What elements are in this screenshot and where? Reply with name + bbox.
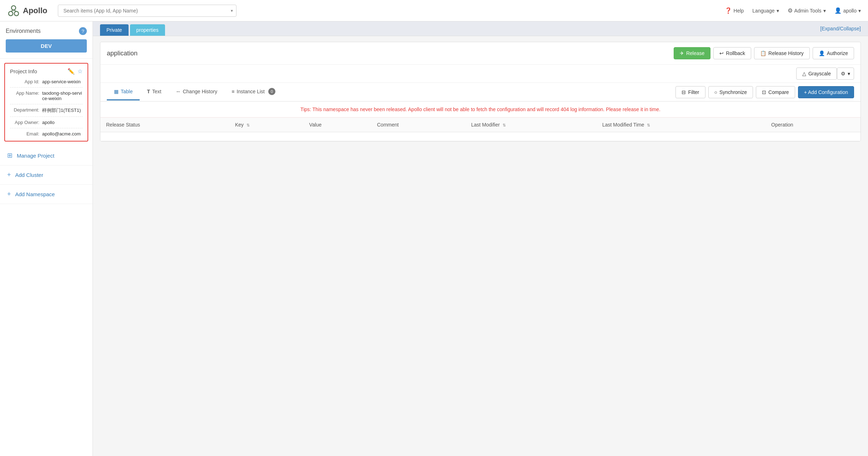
- add-cluster-item[interactable]: + Add Cluster: [0, 165, 93, 185]
- tab-table[interactable]: ▦ Table: [107, 84, 140, 100]
- tab-change-history[interactable]: ↔ Change History: [169, 84, 225, 100]
- filter-icon: ⊟: [682, 89, 686, 95]
- project-info-actions: ✏️ ☆: [68, 68, 83, 75]
- edit-icon[interactable]: ✏️: [68, 68, 75, 75]
- email-value: apollo@acme.com: [42, 131, 81, 137]
- user-dropdown-arrow: ▾: [858, 8, 861, 14]
- modifier-sort-icon: ⇅: [503, 123, 506, 127]
- language-label: Language: [752, 8, 774, 14]
- settings-button[interactable]: ⚙ ▾: [837, 68, 854, 80]
- sidebar: Environments ? DEV Project Info ✏️ ☆ App…: [0, 21, 93, 456]
- tip-warning: Tips: This namespace has never been rele…: [100, 101, 860, 118]
- panel-header-actions: ✈ Release ↩ Rollback 📋 Release History 👤…: [674, 47, 854, 59]
- instance-list-badge: 0: [268, 88, 275, 95]
- release-button[interactable]: ✈ Release: [674, 47, 710, 59]
- logo-text: Apollo: [23, 6, 47, 15]
- add-cluster-label: Add Cluster: [15, 172, 43, 178]
- add-namespace-icon: +: [7, 190, 11, 198]
- col-last-modified-time[interactable]: Last Modified Time ⇅: [597, 118, 765, 132]
- project-info-title: Project Info: [10, 68, 68, 74]
- config-table-head: Release Status Key ⇅ Value Comment: [100, 118, 860, 132]
- sync-icon: ○: [714, 89, 717, 95]
- project-info-box: Project Info ✏️ ☆ App Id: app-service-we…: [4, 63, 88, 142]
- nav-right: ❓ Help Language ▾ ⚙ Admin Tools ▾ 👤 apol…: [725, 7, 861, 14]
- project-info-email: Email: apollo@acme.com: [10, 131, 83, 137]
- authorize-button[interactable]: 👤 Authorize: [813, 47, 854, 59]
- synchronize-button[interactable]: ○ Synchronize: [708, 86, 753, 98]
- project-info-owner: App Owner: apollo: [10, 120, 83, 128]
- svg-point-1: [9, 11, 13, 16]
- tab-text[interactable]: T Text: [140, 84, 168, 100]
- config-table-container: Release Status Key ⇅ Value Comment: [100, 118, 860, 141]
- svg-point-0: [11, 6, 16, 10]
- add-configuration-button[interactable]: + Add Configuration: [798, 86, 854, 98]
- inner-tab-actions: ⊟ Filter ○ Synchronize ⊡ Compare + Add C…: [675, 86, 854, 98]
- admin-dropdown-arrow: ▾: [823, 8, 826, 14]
- config-table: Release Status Key ⇅ Value Comment: [100, 118, 860, 141]
- project-info-appid: App Id: app-service-weixin: [10, 79, 83, 88]
- add-cluster-icon: +: [7, 171, 11, 179]
- col-key[interactable]: Key ⇅: [229, 118, 304, 132]
- help-nav[interactable]: ❓ Help: [725, 7, 744, 14]
- user-nav[interactable]: 👤 apollo ▾: [834, 7, 861, 14]
- gear-icon: ⚙: [788, 7, 793, 14]
- authorize-icon: 👤: [819, 50, 825, 56]
- star-icon[interactable]: ☆: [78, 68, 83, 75]
- manage-project-icon: ⊞: [7, 152, 13, 159]
- department-label: Department:: [10, 107, 42, 114]
- appname-label: App Name:: [10, 90, 42, 101]
- dev-env-button[interactable]: DEV: [6, 39, 87, 53]
- rollback-button[interactable]: ↩ Rollback: [713, 47, 751, 59]
- main-content: Private properties [Expand/Collapse] app…: [93, 21, 868, 456]
- config-table-header-row: Release Status Key ⇅ Value Comment: [100, 118, 860, 132]
- tab-instance-list[interactable]: ≡ Instance List 0: [224, 83, 283, 101]
- env-help-icon[interactable]: ?: [79, 27, 87, 35]
- namespace-tab-private[interactable]: Private: [100, 24, 129, 36]
- search-input[interactable]: [58, 5, 236, 17]
- language-nav[interactable]: Language ▾: [752, 8, 779, 14]
- namespace-tab-properties[interactable]: properties: [130, 24, 165, 36]
- department-value: 样例部门1(TEST1): [42, 107, 81, 114]
- svg-line-4: [14, 10, 16, 11]
- col-operation: Operation: [765, 118, 860, 132]
- config-table-empty-message: [100, 132, 860, 141]
- col-last-modifier[interactable]: Last Modifier ⇅: [465, 118, 597, 132]
- modified-time-sort-icon: ⇅: [647, 123, 650, 127]
- release-history-icon: 📋: [760, 50, 766, 56]
- manage-project-label: Manage Project: [17, 153, 54, 159]
- filter-button[interactable]: ⊟ Filter: [675, 86, 705, 98]
- change-history-tab-icon: ↔: [176, 89, 181, 94]
- admin-tools-nav[interactable]: ⚙ Admin Tools ▾: [788, 7, 826, 14]
- add-namespace-item[interactable]: + Add Namespace: [0, 185, 93, 204]
- expand-collapse-link[interactable]: [Expand/Collapse]: [820, 26, 861, 34]
- help-icon: ❓: [725, 7, 732, 14]
- user-label: apollo: [843, 8, 857, 14]
- table-tab-icon: ▦: [114, 89, 119, 94]
- rollback-icon: ↩: [719, 50, 724, 56]
- appname-value: taodong-shop-service-weixin: [42, 90, 83, 101]
- admin-tools-label: Admin Tools: [794, 8, 822, 14]
- compare-button[interactable]: ⊡ Compare: [756, 86, 795, 98]
- instance-list-tab-icon: ≡: [231, 89, 234, 94]
- config-table-empty-row: [100, 132, 860, 141]
- search-dropdown-arrow: ▾: [231, 8, 233, 13]
- inner-tabs: ▦ Table T Text ↔ Change History ≡ Instan…: [100, 83, 860, 101]
- project-info-appname: App Name: taodong-shop-service-weixin: [10, 90, 83, 104]
- text-tab-icon: T: [147, 89, 150, 94]
- project-info-header: Project Info ✏️ ☆: [10, 68, 83, 75]
- col-value: Value: [304, 118, 371, 132]
- grayscale-icon: △: [802, 71, 806, 76]
- namespace-tabs: Private properties [Expand/Collapse]: [93, 21, 868, 36]
- configuration-panel: application ✈ Release ↩ Rollback 📋 Relea…: [100, 42, 861, 142]
- settings-dropdown-arrow: ▾: [848, 71, 850, 76]
- compare-icon: ⊡: [762, 89, 766, 95]
- grayscale-button[interactable]: △ Grayscale: [796, 68, 837, 80]
- release-history-button[interactable]: 📋 Release History: [754, 47, 810, 59]
- col-release-status: Release Status: [100, 118, 229, 132]
- manage-project-item[interactable]: ⊞ Manage Project: [0, 146, 93, 165]
- add-namespace-label: Add Namespace: [15, 191, 55, 197]
- project-info-department: Department: 样例部门1(TEST1): [10, 107, 83, 117]
- release-icon: ✈: [680, 50, 684, 56]
- logo-icon: [7, 4, 20, 17]
- logo[interactable]: Apollo: [7, 4, 47, 17]
